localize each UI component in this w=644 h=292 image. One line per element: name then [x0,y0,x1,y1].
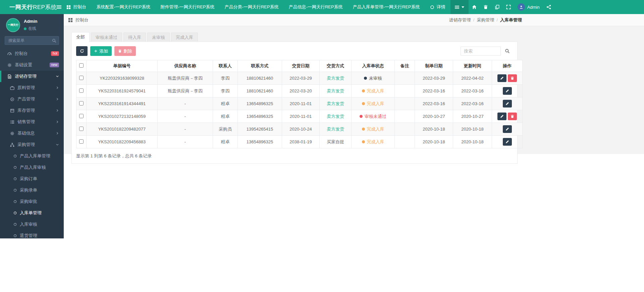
row-checkbox[interactable] [79,88,84,93]
topnav-item-label: 附件管理-一网天行REP系统 [161,4,215,10]
edit-button[interactable] [497,74,506,82]
row-checkbox[interactable] [79,127,84,131]
cell-order-no: YKS2010272132148059 [87,110,158,123]
column-header: 交货方式 [320,60,352,72]
delete-button[interactable]: 删除 [114,46,136,56]
topnav-item-dashboard[interactable]: 控制台 [61,0,91,14]
sidebar-search-input[interactable] [5,36,59,45]
sidebar-item-sales-mgmt[interactable]: 销售管理 [0,116,64,128]
sidebar-item-label: 进销存管理 [15,73,37,79]
user-menu[interactable]: Admin [514,0,543,14]
sidebar-item-inventory-mgmt[interactable]: 进销存管理 [0,71,64,82]
tab-unaudited[interactable]: 未审核 [147,32,170,42]
dashboard-icon [68,18,73,22]
cell-delivery-method: 卖方发货 [320,85,352,97]
sidebar-item-inbound-order-mgmt[interactable]: 入库单管理 [0,207,64,219]
cell-update-date: 2020-10-18 [453,136,492,148]
sidebar-item-basic-info[interactable]: 基础信息 [0,128,64,139]
fullscreen-button[interactable] [503,0,514,14]
add-button[interactable]: 添加 [90,46,112,56]
cell-order-no: YK2203291638099328 [87,72,158,85]
copy-button[interactable] [491,0,503,14]
row-checkbox[interactable] [79,139,84,144]
list-icon [455,5,459,9]
tab-audit-failed[interactable]: 审核未通过 [91,32,122,42]
sidebar-item-product-inbound-audit[interactable]: 产品入库审核 [0,162,64,173]
topnav-item-detail[interactable]: 详情 [425,0,450,14]
edit-button[interactable] [503,100,512,107]
sidebar-item-product-mgmt[interactable]: 产品管理 [0,93,64,105]
sidebar-item-product-inbound-order-mgmt[interactable]: 产品入库单管理 [0,150,64,162]
status-badge: 审核未通过 [360,114,386,120]
sidebar-item-label: 基础信息 [17,130,35,136]
sidebar-item-label: 采购订单 [20,176,37,182]
pencil-icon [505,127,509,131]
sidebar-item-inbound-audit[interactable]: 入库审核 [0,219,64,230]
sidebar-user-panel[interactable]: 一网天行 Admin 在线 [0,14,64,35]
sidebar-item-label: 基础设置 [15,62,32,68]
tab-inbound-complete[interactable]: 完成入库 [171,32,198,42]
cell-supplier: - [158,123,213,136]
row-checkbox[interactable] [79,76,84,80]
sidebar-item-purchase-mgmt[interactable]: 采购管理 [0,139,64,150]
sidebar-item-purchase-entry[interactable]: 采购录单 [0,185,64,196]
logo-bold: 一网天行 [9,3,33,11]
sidebar-item-raw-material-mgmt[interactable]: 原料管理 [0,82,64,93]
status-badge: 完成入库 [362,139,384,145]
logo-light: REP系统 [33,3,57,11]
plus-icon [94,49,98,53]
topnav-item-product-category[interactable]: 产品分类-一网天行REP系统 [220,0,284,14]
online-dot-icon [24,27,26,30]
app-logo: 一网天行REP系统 [0,0,57,14]
tab-all[interactable]: 全部 [71,32,90,42]
table-header-row: 单据编号供应商名称联系人联系方式交货日期交货方式入库单状态备注制单日期更新时间操… [76,60,523,72]
user-meta: Admin 在线 [24,19,37,31]
row-checkbox[interactable] [79,114,84,118]
trash-icon [511,115,514,118]
sidebar-item-dashboard[interactable]: 控制台hot [0,48,64,59]
cell-delivery-method: 买家自提 [320,136,352,148]
breadcrumb-item[interactable]: 进销存管理 [449,17,471,23]
sidebar-item-stock-mgmt[interactable]: 库存管理 [0,105,64,116]
sidebar-item-return-mgmt[interactable]: 退货管理 [0,230,64,238]
delete-button[interactable] [508,113,517,120]
status-badge: 未审核 [364,75,382,81]
data-table: 单据编号供应商名称联系人联系方式交货日期交货方式入库单状态备注制单日期更新时间操… [76,60,523,148]
select-all-checkbox[interactable] [79,63,84,68]
breadcrumb-item[interactable]: 采购管理 [477,17,494,23]
trash-button[interactable] [480,0,491,14]
topnav-menu: 控制台系统配置-一网天行REP系统附件管理-一网天行REP系统产品分类-一网天行… [61,0,450,14]
menu-toggle-button[interactable] [57,0,61,14]
edit-button[interactable] [503,87,512,95]
home-button[interactable] [469,0,480,14]
cell-supplier: - [158,110,213,123]
tab-pending-inbound[interactable]: 待入库 [123,32,146,42]
cell-contact: 程卓 [213,97,238,110]
grid-dropdown-button[interactable] [450,0,469,14]
share-button[interactable] [543,0,554,14]
sidebar-item-purchase-approval[interactable]: 采购审批 [0,196,64,207]
sidebar-item-purchase-order[interactable]: 采购订单 [0,173,64,185]
edit-button[interactable] [503,125,512,133]
table-search-input[interactable] [461,47,501,56]
topnav-item-product-inbound-mgmt[interactable]: 产品入库单管理-一网天行REP系统 [348,0,425,14]
badge-hot: hot [51,51,59,56]
row-checkbox[interactable] [79,101,84,105]
chevron-down-icon [56,75,59,78]
trash-icon [118,49,122,53]
sidebar-item-basic-settings[interactable]: 基础设置new [0,59,64,71]
topnav-item-attachment-mgmt[interactable]: 附件管理-一网天行REP系统 [156,0,220,14]
sidebar-item-label: 入库审核 [20,221,37,227]
briefcase-icon [10,86,14,90]
search-button[interactable] [501,47,513,56]
user-name: Admin [24,19,37,24]
edit-button[interactable] [503,138,512,146]
top-navbar: 一网天行REP系统 控制台系统配置-一网天行REP系统附件管理-一网天行REP系… [0,0,644,14]
edit-button[interactable] [497,113,506,120]
topnav-item-system-config[interactable]: 系统配置-一网天行REP系统 [91,0,155,14]
delete-button[interactable] [508,74,517,82]
chevron-right-icon [56,86,59,89]
topnav-item-product-info[interactable]: 产品信息-一网天行REP系统 [284,0,348,14]
refresh-button[interactable] [76,46,88,56]
hamburger-icon [57,5,61,9]
